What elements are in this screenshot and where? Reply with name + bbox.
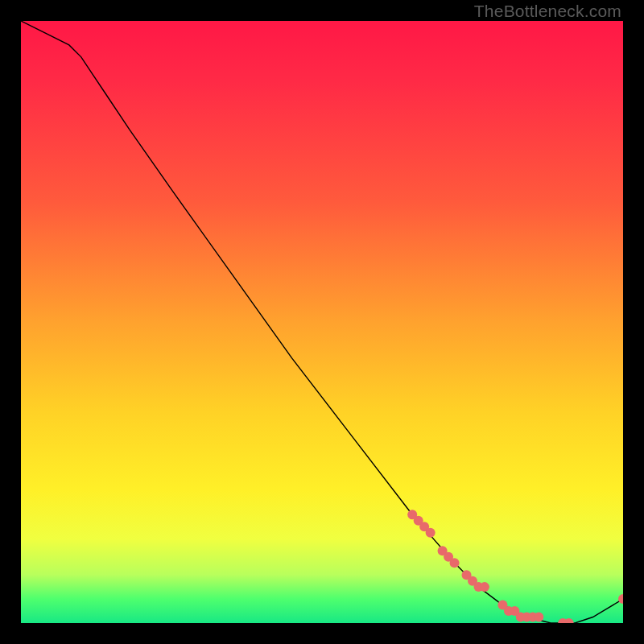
- data-point: [450, 558, 460, 568]
- data-point: [534, 613, 543, 622]
- data-point: [480, 582, 489, 592]
- chart-stage: TheBottleneck.com: [0, 0, 644, 644]
- chart-overlay: [21, 21, 623, 623]
- data-point: [618, 594, 623, 604]
- curve-line: [21, 21, 623, 623]
- plot-area: [21, 21, 623, 623]
- watermark-text: TheBottleneck.com: [474, 2, 621, 21]
- marker-group: [407, 510, 623, 623]
- data-point: [564, 618, 574, 623]
- data-point: [426, 528, 436, 538]
